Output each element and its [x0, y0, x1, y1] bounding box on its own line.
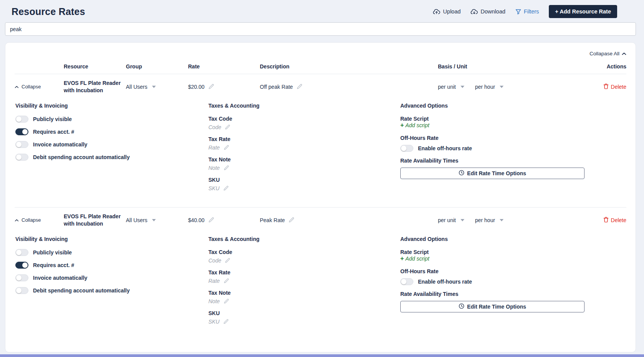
taxes-section: Taxes & Accounting Tax Code Code Tax Rat… [208, 236, 400, 330]
chevron-up-icon [15, 217, 19, 223]
chevron-down-icon [500, 86, 504, 88]
unit-select[interactable]: per hour [475, 217, 504, 223]
edit-rate-time-options-button[interactable]: Edit Rate Time Options [400, 301, 585, 312]
rate-script-label: Rate Script [400, 116, 626, 122]
tax-code-field[interactable]: Code [208, 257, 400, 264]
tax-rate-field[interactable]: Rate [208, 144, 400, 151]
publicly-visible-toggle[interactable] [15, 249, 28, 256]
tax-note-placeholder: Note [208, 298, 220, 304]
unit-select[interactable]: per hour [475, 84, 504, 90]
delete-button[interactable]: Delete [580, 217, 626, 224]
edit-pencil-icon[interactable] [208, 217, 214, 223]
edit-rate-time-options-button[interactable]: Edit Rate Time Options [400, 168, 585, 179]
tax-rate-field[interactable]: Rate [208, 278, 400, 284]
delete-button[interactable]: Delete [580, 83, 626, 90]
collapse-all-top[interactable]: Collapase All [15, 43, 626, 59]
tax-note-field[interactable]: Note [208, 165, 400, 171]
basis-value: per unit [438, 217, 456, 223]
basis-select[interactable]: per unit [438, 84, 464, 90]
edit-pencil-icon[interactable] [208, 84, 214, 90]
sku-placeholder: SKU [208, 319, 220, 325]
edit-pencil-icon[interactable] [289, 217, 294, 223]
edit-pencil-icon[interactable] [297, 84, 302, 90]
clock-icon [459, 170, 464, 177]
delete-label: Delete [611, 84, 626, 90]
row-collapse-button[interactable]: Collapse [15, 217, 64, 223]
delete-label: Delete [611, 217, 626, 223]
invoice-automatically-toggle[interactable] [15, 274, 28, 281]
filters-label: Filters [524, 8, 539, 15]
description-value: Off peak Rate [260, 84, 293, 90]
debit-spending-toggle[interactable] [15, 287, 28, 294]
horizontal-scrollbar[interactable] [0, 354, 644, 357]
rate-availability-label: Rate Availability Times [400, 158, 626, 164]
edit-pencil-icon [225, 258, 230, 263]
invoice-automatically-toggle[interactable] [15, 141, 28, 148]
visibility-section-title: Visibility & Invoicing [15, 236, 208, 242]
basis-select[interactable]: per unit [438, 217, 464, 223]
sku-field[interactable]: SKU [208, 319, 400, 325]
rate-cell: $40.00 [188, 217, 260, 223]
tax-note-field[interactable]: Note [208, 298, 400, 304]
basis-unit-cell: per unit per hour [400, 217, 580, 223]
tax-code-field[interactable]: Code [208, 124, 400, 130]
row-expanded-panel: Visibility & Invoicing Publicly visible … [15, 233, 626, 340]
trash-icon [603, 83, 609, 90]
rate-value: $20.00 [188, 84, 205, 90]
edit-pencil-icon [223, 186, 229, 191]
tax-code-label: Tax Code [208, 249, 400, 255]
collapse-all-label: Collapase All [590, 51, 619, 56]
download-button[interactable]: Download [471, 8, 505, 15]
enable-off-hours-toggle[interactable] [400, 278, 413, 285]
group-select[interactable]: All Users [126, 84, 188, 90]
requires-acct-toggle[interactable] [15, 262, 28, 269]
funnel-icon [515, 9, 521, 15]
basis-unit-cell: per unit per hour [400, 84, 580, 90]
enable-off-hours-label: Enable off-hours rate [418, 279, 472, 285]
taxes-section: Taxes & Accounting Tax Code Code Tax Rat… [208, 103, 400, 197]
taxes-section-title: Taxes & Accounting [208, 103, 400, 109]
column-header-rate: Rate [188, 63, 260, 70]
cloud-download-icon [471, 9, 478, 15]
row-collapse-button[interactable]: Collapse [15, 84, 64, 90]
enable-off-hours-toggle[interactable] [400, 145, 413, 152]
requires-acct-toggle[interactable] [15, 128, 28, 135]
rate-row: Collapse EVOS FL Plate Reader with Incub… [15, 208, 626, 340]
resource-rates-card: Collapase All Resource Group Rate Descri… [5, 42, 636, 352]
debit-spending-label: Debit spending account automatically [33, 287, 130, 294]
group-select[interactable]: All Users [126, 217, 188, 223]
chevron-down-icon [152, 219, 156, 221]
add-resource-rate-button[interactable]: + Add Resource Rate [549, 5, 617, 18]
off-hours-label: Off-Hours Rate [400, 268, 626, 274]
rate-script-label: Rate Script [400, 249, 626, 255]
sku-label: SKU [208, 177, 400, 183]
download-label: Download [481, 8, 505, 15]
add-script-button[interactable]: + Add script [400, 122, 626, 129]
sku-field[interactable]: SKU [208, 185, 400, 191]
row-expanded-panel: Visibility & Invoicing Publicly visible … [15, 100, 626, 207]
requires-acct-label: Requires acct. # [33, 129, 74, 135]
tax-rate-placeholder: Rate [208, 278, 220, 284]
search-bar [5, 22, 636, 36]
unit-value: per hour [475, 217, 495, 223]
edit-pencil-icon [224, 165, 229, 171]
sku-placeholder: SKU [208, 185, 220, 191]
publicly-visible-toggle[interactable] [15, 116, 28, 123]
upload-button[interactable]: Upload [433, 8, 461, 15]
filters-button[interactable]: Filters [515, 8, 539, 15]
chevron-down-icon [461, 86, 464, 88]
toolbar: Upload Download Filters + Add Resource R… [433, 5, 617, 18]
edit-pencil-icon [224, 145, 229, 150]
add-script-button[interactable]: + Add script [400, 255, 626, 262]
tax-note-label: Tax Note [208, 290, 400, 296]
trash-icon [603, 217, 609, 224]
rate-cell: $20.00 [188, 84, 260, 90]
top-bar: Resource Rates Upload Download [0, 0, 644, 19]
tax-note-label: Tax Note [208, 156, 400, 163]
clock-icon [459, 303, 464, 310]
debit-spending-toggle[interactable] [15, 154, 28, 161]
search-input[interactable] [5, 22, 636, 36]
table-header-row: Resource Group Rate Description Basis / … [15, 59, 626, 74]
advanced-section-title: Advanced Options [400, 236, 626, 242]
tax-rate-label: Tax Rate [208, 269, 400, 276]
